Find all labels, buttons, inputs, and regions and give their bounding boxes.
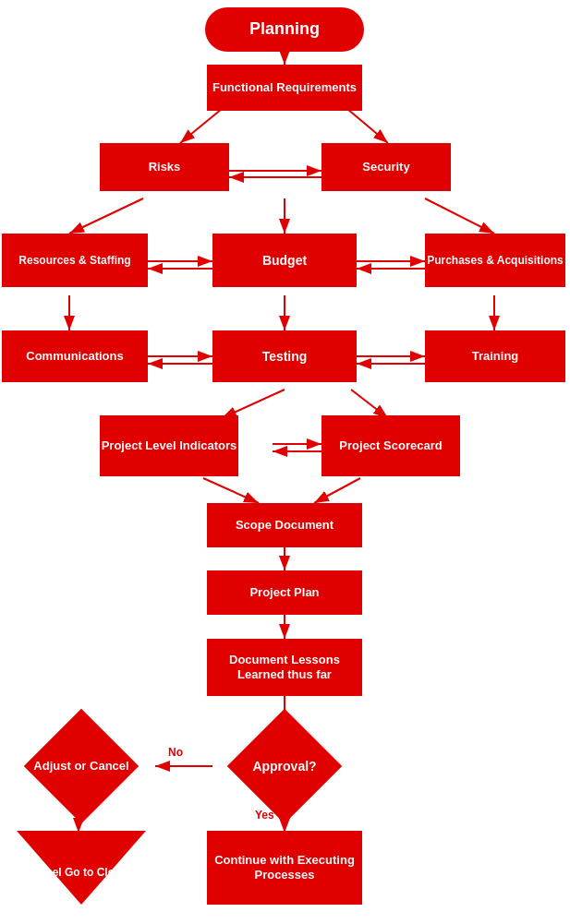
scope-document-node: Scope Document (207, 503, 362, 547)
adjust-cancel-diamond: Adjust or Cancel (9, 729, 153, 803)
no-label: No (168, 746, 183, 759)
cancel-close-node: Cancel Go to Closing (17, 831, 146, 905)
purchases-node: Purchases & Acquisitions (425, 234, 565, 287)
budget-node: Budget (212, 234, 357, 287)
communications-node: Communications (2, 330, 148, 382)
project-level-node: Project Level Indicators (100, 415, 238, 476)
svg-line-9 (425, 198, 494, 234)
training-node: Training (425, 330, 565, 382)
yes-label: Yes (255, 809, 274, 822)
approval-diamond: Approval? (212, 729, 357, 803)
svg-line-25 (203, 478, 259, 503)
risks-node: Risks (100, 143, 229, 191)
planning-node: Planning (205, 7, 364, 52)
svg-line-21 (222, 390, 285, 418)
resources-node: Resources & Staffing (2, 234, 148, 287)
flowchart: Planning Functional Requirements Risks S… (0, 0, 570, 924)
functional-req-node: Functional Requirements (207, 65, 362, 111)
project-scorecard-node: Project Scorecard (321, 415, 460, 476)
svg-line-26 (314, 478, 360, 503)
testing-node: Testing (212, 330, 357, 382)
svg-line-3 (180, 109, 222, 143)
svg-line-4 (347, 109, 388, 143)
project-plan-node: Project Plan (207, 570, 362, 615)
svg-line-7 (69, 198, 143, 234)
continue-exec-node: Continue with Executing Processes (207, 831, 362, 905)
security-node: Security (321, 143, 451, 191)
svg-line-22 (351, 390, 388, 418)
doc-lessons-node: Document Lessons Learned thus far (207, 639, 362, 696)
